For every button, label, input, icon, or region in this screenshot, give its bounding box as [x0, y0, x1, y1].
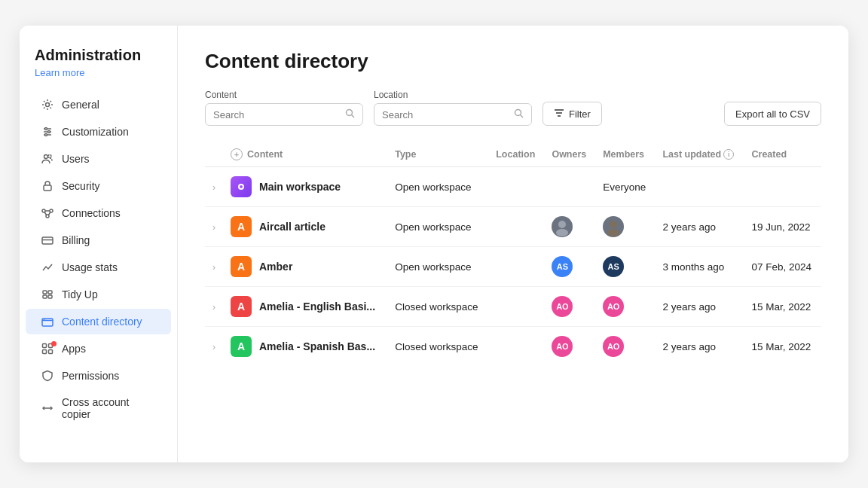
created-cell: 15 Mar, 2022 [744, 327, 821, 367]
connections-icon [41, 206, 54, 220]
sliders-icon [41, 125, 54, 139]
table-row: › A Amelia - Spanish Bas... Closed works… [205, 327, 821, 367]
members-cell [595, 207, 655, 247]
table-header: + Content Type Location Owners Members L… [205, 142, 821, 167]
sidebar-item-security[interactable]: Security [26, 173, 171, 199]
filters-row: Content Location [205, 90, 821, 126]
owner-avatar: AO [552, 296, 573, 317]
filter-button[interactable]: Filter [542, 102, 602, 126]
filter-icon [554, 108, 564, 120]
member-avatar: AO [603, 336, 624, 357]
row-expand-chevron[interactable]: › [212, 182, 215, 193]
tidy-icon [41, 288, 54, 301]
type-cell: Closed workspace [387, 287, 488, 327]
last-updated-info-icon[interactable]: i [723, 149, 734, 160]
sidebar: Administration Learn more General [20, 26, 178, 462]
content-filter-label: Content [205, 90, 363, 100]
workspace-name: Amber [259, 261, 292, 273]
sidebar-label-content-directory: Content directory [62, 316, 142, 328]
content-name-cell: Main workspace [231, 176, 380, 197]
row-expand-chevron[interactable]: › [212, 302, 215, 313]
filter-button-label: Filter [569, 108, 591, 120]
workspace-icon-aircall: A [231, 216, 252, 237]
svg-line-30 [352, 115, 355, 118]
type-cell: Open workspace [387, 207, 488, 247]
sidebar-item-users[interactable]: Users [26, 146, 171, 172]
users-icon [41, 152, 54, 166]
location-cell [488, 287, 544, 327]
type-cell: Open workspace [387, 247, 488, 287]
content-search-wrap[interactable] [205, 103, 363, 126]
permissions-icon [41, 369, 54, 383]
row-expand-chevron[interactable]: › [212, 342, 215, 352]
svg-point-6 [45, 134, 47, 136]
sidebar-item-apps[interactable]: Apps [26, 336, 171, 361]
content-filter-group: Content [205, 90, 363, 126]
gear-icon [41, 98, 54, 111]
table-row: › A Amelia - English Basi... Closed work… [205, 287, 821, 327]
sidebar-item-connections[interactable]: Connections [26, 200, 171, 226]
location-cell [488, 327, 544, 367]
last-updated-cell [655, 167, 744, 207]
copy-icon [41, 401, 54, 415]
learn-more-link[interactable]: Learn more [20, 67, 177, 92]
sidebar-label-general: General [62, 99, 99, 111]
th-last-updated: Last updated i [655, 142, 744, 167]
workspace-icon-amelia-es: A [231, 336, 252, 357]
sidebar-item-customization[interactable]: Customization [26, 119, 171, 145]
content-name-cell: A Amelia - English Basi... [231, 296, 380, 317]
location-search-icon [514, 108, 524, 121]
svg-line-15 [48, 212, 50, 216]
sidebar-item-content-directory[interactable]: Content directory [26, 309, 171, 334]
workspace-icon-amber: A [231, 256, 252, 277]
svg-rect-18 [43, 291, 47, 294]
svg-rect-27 [49, 350, 53, 354]
sidebar-label-security: Security [62, 180, 100, 192]
sidebar-item-general[interactable]: General [26, 92, 171, 117]
sidebar-item-billing[interactable]: Billing [26, 227, 171, 253]
location-cell [488, 247, 544, 287]
svg-rect-21 [48, 295, 52, 298]
sidebar-item-permissions[interactable]: Permissions [26, 363, 171, 389]
main-content: Content directory Content Location [178, 26, 848, 462]
sidebar-label-customization: Customization [62, 126, 129, 138]
sidebar-item-usage-stats[interactable]: Usage stats [26, 255, 171, 280]
workspace-name: Amelia - Spanish Bas... [259, 340, 375, 352]
workspace-name: Aircall article [259, 221, 326, 233]
members-cell: AS [595, 247, 655, 287]
row-expand-chevron[interactable]: › [212, 262, 215, 273]
svg-rect-26 [43, 350, 47, 354]
location-filter-label: Location [374, 90, 532, 100]
created-cell: 19 Jun, 2022 [744, 207, 821, 247]
sidebar-label-tidy-up: Tidy Up [62, 288, 98, 300]
content-name-cell: A Aircall article [231, 216, 380, 237]
th-created: Created [744, 142, 821, 167]
billing-icon [41, 233, 54, 247]
svg-point-37 [610, 221, 617, 228]
members-cell: Everyone [595, 167, 655, 207]
add-icon-small: + [231, 148, 243, 160]
sidebar-item-cross-account[interactable]: Cross account copier [26, 390, 171, 426]
page-title: Content directory [205, 50, 821, 73]
content-search-input[interactable] [213, 109, 342, 120]
chart-icon [41, 261, 54, 274]
location-cell [488, 167, 544, 207]
table-body: › Main workspace Open workspace Everyone [205, 167, 821, 367]
location-search-wrap[interactable] [374, 103, 532, 126]
svg-point-5 [48, 131, 50, 133]
sidebar-item-tidy-up[interactable]: Tidy Up [26, 282, 171, 307]
svg-point-29 [347, 110, 353, 116]
content-directory-icon [41, 315, 54, 328]
th-location: Location [488, 142, 544, 167]
created-cell [744, 167, 821, 207]
content-name-cell: A Amber [231, 256, 380, 277]
export-button[interactable]: Export all to CSV [724, 102, 821, 126]
content-table: + Content Type Location Owners Members L… [205, 142, 821, 366]
svg-point-34 [240, 185, 243, 188]
svg-point-23 [44, 319, 45, 321]
created-cell: 07 Feb, 2024 [744, 247, 821, 287]
location-filter-group: Location [374, 90, 532, 126]
row-expand-chevron[interactable]: › [212, 222, 215, 233]
location-search-input[interactable] [382, 109, 511, 120]
type-cell: Open workspace [387, 167, 488, 207]
